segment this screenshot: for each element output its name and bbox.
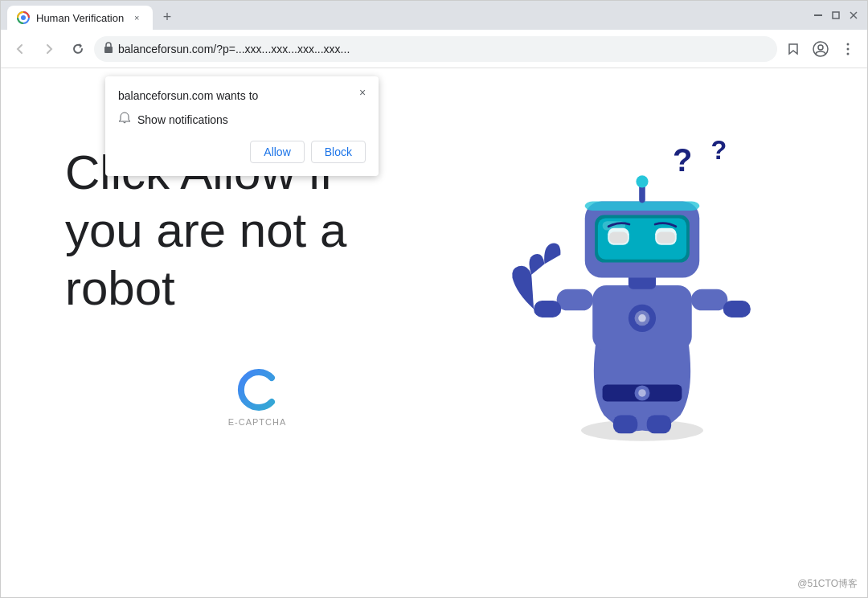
svg-rect-24 bbox=[534, 301, 561, 317]
ecaptcha-label: E-CAPTCHA bbox=[228, 417, 287, 427]
nav-actions bbox=[780, 36, 861, 62]
address-text: balanceforsun.com/?p=...xxx...xxx...xxx.… bbox=[118, 43, 768, 55]
svg-point-10 bbox=[847, 43, 850, 45]
svg-point-11 bbox=[847, 47, 850, 50]
svg-rect-23 bbox=[557, 289, 594, 311]
svg-point-12 bbox=[847, 52, 850, 55]
svg-rect-2 bbox=[814, 14, 822, 16]
popup-title: balanceforsun.com wants to bbox=[118, 89, 366, 102]
tab-favicon bbox=[17, 11, 30, 24]
window-controls bbox=[811, 8, 861, 23]
block-button[interactable]: Block bbox=[311, 141, 366, 163]
active-tab[interactable]: Human Verification × bbox=[7, 6, 153, 30]
svg-rect-25 bbox=[691, 289, 728, 311]
browser-window: Human Verification × + bbox=[0, 0, 868, 598]
heading-line3: robot bbox=[65, 261, 175, 315]
back-button[interactable] bbox=[7, 36, 33, 62]
heading-line2: you are not a bbox=[65, 203, 346, 257]
svg-point-1 bbox=[21, 15, 26, 20]
svg-rect-40 bbox=[647, 416, 671, 434]
refresh-button[interactable] bbox=[65, 36, 91, 62]
popup-notification-text: Show notifications bbox=[137, 113, 228, 126]
address-bar[interactable]: balanceforsun.com/?p=...xxx...xxx...xxx.… bbox=[94, 36, 777, 62]
svg-rect-34 bbox=[609, 232, 628, 244]
titlebar: Human Verification × + bbox=[1, 1, 867, 30]
svg-rect-26 bbox=[723, 301, 751, 317]
navbar: balanceforsun.com/?p=...xxx...xxx...xxx.… bbox=[1, 30, 867, 68]
svg-point-9 bbox=[818, 45, 823, 50]
page-content: × balanceforsun.com wants to Show notifi… bbox=[1, 68, 867, 597]
page-text-section: Click Allow if you are not a robot bbox=[65, 144, 449, 427]
new-tab-button[interactable]: + bbox=[156, 6, 178, 28]
svg-rect-39 bbox=[613, 416, 637, 434]
robot-illustration: ? ? bbox=[481, 117, 803, 454]
bell-icon bbox=[118, 112, 131, 128]
svg-point-22 bbox=[638, 314, 646, 322]
svg-marker-6 bbox=[80, 43, 82, 48]
notification-popup: × balanceforsun.com wants to Show notifi… bbox=[105, 76, 379, 176]
minimize-button[interactable] bbox=[811, 8, 825, 23]
close-button[interactable] bbox=[846, 8, 861, 23]
ecaptcha-section: E-CAPTCHA bbox=[65, 366, 449, 427]
forward-button[interactable] bbox=[36, 36, 62, 62]
tab-close-button[interactable]: × bbox=[130, 11, 143, 24]
bookmark-button[interactable] bbox=[780, 36, 806, 62]
svg-rect-7 bbox=[104, 47, 113, 53]
account-button[interactable] bbox=[808, 36, 833, 62]
svg-rect-3 bbox=[833, 12, 839, 18]
popup-buttons: Allow Block bbox=[118, 141, 366, 163]
popup-notification-row: Show notifications bbox=[118, 112, 366, 128]
svg-point-18 bbox=[638, 389, 646, 397]
tab-bar: Human Verification × + bbox=[7, 1, 178, 30]
popup-close-button[interactable]: × bbox=[354, 84, 371, 100]
allow-button[interactable]: Allow bbox=[250, 141, 304, 163]
menu-button[interactable] bbox=[835, 36, 861, 62]
svg-text:?: ? bbox=[673, 142, 692, 178]
tab-title: Human Verification bbox=[36, 12, 124, 24]
svg-point-38 bbox=[636, 175, 648, 187]
lock-icon bbox=[104, 42, 113, 55]
svg-rect-36 bbox=[657, 232, 675, 244]
robot-svg: ? ? bbox=[489, 125, 795, 446]
ecaptcha-logo bbox=[233, 366, 281, 414]
footer-watermark: @51CTO博客 bbox=[797, 577, 858, 591]
svg-text:?: ? bbox=[711, 136, 727, 165]
maximize-button[interactable] bbox=[829, 8, 843, 23]
